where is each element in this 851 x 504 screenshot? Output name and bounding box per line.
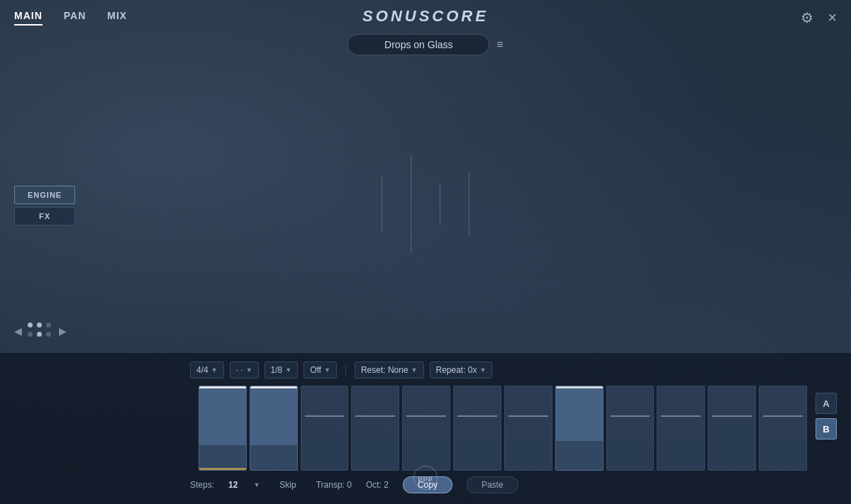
header: MAIN PAN MIX SONUSCORE ⚙ × <box>0 0 851 27</box>
step-2-handle <box>250 386 297 388</box>
step-12-handle <box>763 415 803 417</box>
note-div-arrow: ▼ <box>285 366 291 374</box>
dot-2[interactable] <box>37 323 42 327</box>
dots-grid <box>28 323 53 339</box>
left-sidebar: ENGINE FX <box>14 186 75 225</box>
dot-1[interactable] <box>28 323 33 327</box>
preset-menu-icon[interactable]: ≡ <box>496 38 503 51</box>
nav-next-arrow[interactable]: ▶ <box>59 325 67 337</box>
ab-buttons: A B <box>816 386 837 439</box>
time-sig-arrow: ▼ <box>211 366 218 374</box>
skip-button[interactable]: Skip <box>274 478 301 492</box>
nav-prev-arrow[interactable]: ◀ <box>14 325 22 337</box>
step-8[interactable] <box>555 386 604 471</box>
header-controls: ⚙ × <box>801 9 837 27</box>
steps-container: A B <box>14 386 837 471</box>
step-1-handle <box>199 386 246 388</box>
steps-dropdown-arrow[interactable]: ▼ <box>253 481 260 488</box>
step-4[interactable] <box>351 386 399 471</box>
step-8-fill <box>556 441 603 470</box>
step-1-fill <box>199 445 246 470</box>
step-10[interactable] <box>657 386 705 471</box>
step-5-handle <box>406 415 446 417</box>
step-10-handle <box>661 415 701 417</box>
paste-button[interactable]: Paste <box>467 476 518 493</box>
step-1-progress <box>199 468 246 470</box>
tab-mix[interactable]: MIX <box>107 10 127 26</box>
vertical-lines <box>382 147 469 261</box>
steps-grid <box>199 386 807 471</box>
step-11-handle <box>712 415 752 417</box>
oct-label: Oct: 2 <box>366 480 389 490</box>
step-4-handle <box>355 415 395 417</box>
step-4-fill <box>352 441 399 470</box>
reset-arrow: ▼ <box>411 366 418 374</box>
step-10-fill <box>657 441 704 470</box>
repeat-arrow: ▼ <box>480 366 486 374</box>
preset-name[interactable]: Drops on Glass <box>347 34 489 55</box>
step-6[interactable] <box>453 386 501 471</box>
preset-bar: Drops on Glass ≡ <box>0 34 851 55</box>
transp-label: Transp: 0 <box>316 480 352 490</box>
seq-toolbar: 4/4 ▼ · · ▼ 1/8 ▼ Off ▼ Reset: None ▼ <box>14 362 837 379</box>
step-9-handle <box>611 415 650 417</box>
ppp-circle: ppp <box>413 466 438 490</box>
nav-dots: ◀ ▶ <box>14 323 67 339</box>
vline-2 <box>411 155 411 254</box>
step-12-fill <box>760 441 806 470</box>
close-icon[interactable]: × <box>828 9 837 27</box>
step-6-fill <box>454 441 501 470</box>
logo: SONUSCORE <box>362 7 489 26</box>
step-9[interactable] <box>606 386 655 471</box>
dotted-arrow: ▼ <box>246 366 252 374</box>
dotted-dropdown[interactable]: · · ▼ <box>230 362 259 379</box>
step-11-fill <box>708 420 755 470</box>
steps-value: 12 <box>228 480 238 490</box>
vline-4 <box>469 172 469 236</box>
step-2[interactable] <box>250 386 298 471</box>
step-3-fill <box>301 441 348 470</box>
step-2-fill <box>250 445 297 470</box>
dot-5[interactable] <box>37 332 42 337</box>
steps-label: Steps: <box>190 480 214 490</box>
step-3[interactable] <box>301 386 349 471</box>
step-7-fill <box>505 441 552 470</box>
engine-button[interactable]: ENGINE <box>14 186 75 204</box>
dot-4[interactable] <box>28 332 33 337</box>
vline-1 <box>382 176 382 233</box>
waveform-area: ENGINE FX ◀ ▶ <box>0 55 851 353</box>
a-button[interactable]: A <box>816 393 837 414</box>
tab-main[interactable]: MAIN <box>14 10 43 26</box>
dot-3[interactable] <box>46 323 51 327</box>
step-9-fill <box>607 441 654 470</box>
step-7-handle <box>508 415 548 417</box>
dot-6[interactable] <box>46 332 51 337</box>
step-12[interactable] <box>759 386 807 471</box>
vline-3 <box>440 183 440 225</box>
step-5[interactable] <box>402 386 450 471</box>
step-1[interactable] <box>199 386 247 471</box>
step-8-handle <box>556 386 603 388</box>
fx-button[interactable]: FX <box>14 207 75 225</box>
b-button[interactable]: B <box>816 418 837 439</box>
step-6-handle <box>457 415 497 417</box>
off-dropdown[interactable]: Off ▼ <box>304 362 337 379</box>
step-3-handle <box>305 415 345 417</box>
note-div-dropdown[interactable]: 1/8 ▼ <box>265 362 299 379</box>
reset-dropdown[interactable]: Reset: None ▼ <box>355 362 424 379</box>
sep-1 <box>345 364 346 376</box>
time-sig-dropdown[interactable]: 4/4 ▼ <box>190 362 224 379</box>
off-arrow: ▼ <box>324 366 330 374</box>
tab-pan[interactable]: PAN <box>64 10 87 26</box>
gear-icon[interactable]: ⚙ <box>801 9 813 26</box>
step-7[interactable] <box>504 386 552 471</box>
repeat-dropdown[interactable]: Repeat: 0x ▼ <box>430 362 493 379</box>
ppp-logo: ppp <box>413 466 438 490</box>
nav-tabs: MAIN PAN MIX <box>14 10 127 26</box>
step-11[interactable] <box>708 386 756 471</box>
